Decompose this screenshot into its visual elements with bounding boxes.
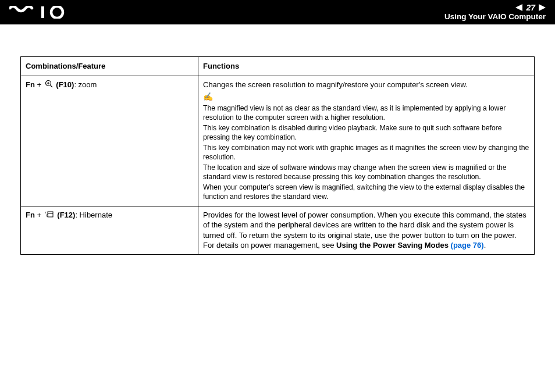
svg-rect-7: [48, 212, 53, 217]
header-bar: 27 Using Your VAIO Computer: [0, 0, 555, 24]
svg-point-1: [51, 6, 63, 18]
col-header-functions: Functions: [198, 57, 535, 76]
svg-rect-0: [41, 6, 44, 18]
fn-label: Fn: [26, 211, 35, 219]
page-navigation: 27: [444, 3, 546, 12]
zoom-summary: Changes the screen resolution to magnify…: [203, 80, 529, 90]
header-right: 27 Using Your VAIO Computer: [444, 3, 546, 22]
table-header-row: Combinations/Feature Functions: [21, 57, 535, 76]
zoom-notes: The magnified view is not as clear as th…: [203, 104, 529, 202]
hibernate-summary: Provides for the lowest level of power c…: [203, 210, 529, 241]
note-text: The magnified view is not as clear as th…: [203, 104, 529, 123]
svg-line-3: [50, 85, 52, 87]
key-f12: (F12): [55, 211, 76, 219]
content-area: Combinations/Feature Functions Fn + (F10…: [0, 24, 555, 255]
combination-zoom: Fn + (F10): zoom: [21, 76, 198, 206]
section-title: Using Your VAIO Computer: [444, 12, 546, 22]
table-row: Fn + (F10): zoom Changes the screen reso…: [21, 76, 535, 206]
note-icon: ✍: [203, 91, 529, 102]
power-modes-link[interactable]: Using the Power Saving Modes (page 76): [336, 241, 484, 250]
note-text: This key combination is disabled during …: [203, 123, 529, 142]
magnify-icon: [45, 80, 53, 91]
fn-label: Fn: [26, 80, 35, 89]
note-text: This key combination may not work with g…: [203, 143, 529, 162]
key-f10: (F10): [54, 80, 74, 89]
note-text: When your computer's screen view is magn…: [203, 183, 529, 202]
note-text: The location and size of software window…: [203, 163, 529, 182]
hibernate-icon: z: [45, 210, 54, 221]
col-header-combinations: Combinations/Feature: [21, 57, 198, 76]
svg-text:z: z: [45, 211, 47, 214]
function-zoom: Changes the screen resolution to magnify…: [198, 76, 535, 206]
feature-label-hibernate: : Hibernate: [75, 211, 112, 219]
combination-hibernate: Fn + z (F12): Hibernate: [21, 206, 198, 254]
details-prefix: For details on power management, see: [203, 241, 336, 250]
hibernate-details: For details on power management, see Usi…: [203, 240, 529, 251]
plus-sign: +: [35, 80, 44, 89]
vaio-logo: [9, 6, 73, 19]
prev-page-icon[interactable]: [515, 4, 522, 11]
table-row: Fn + z (F12): Hibernate Provides for the…: [21, 206, 535, 254]
plus-sign: +: [35, 211, 44, 219]
combinations-table: Combinations/Feature Functions Fn + (F10…: [20, 56, 535, 255]
feature-label-zoom: : zoom: [74, 80, 97, 89]
next-page-icon[interactable]: [539, 4, 546, 11]
function-hibernate: Provides for the lowest level of power c…: [198, 206, 535, 254]
page-number: 27: [526, 3, 535, 12]
